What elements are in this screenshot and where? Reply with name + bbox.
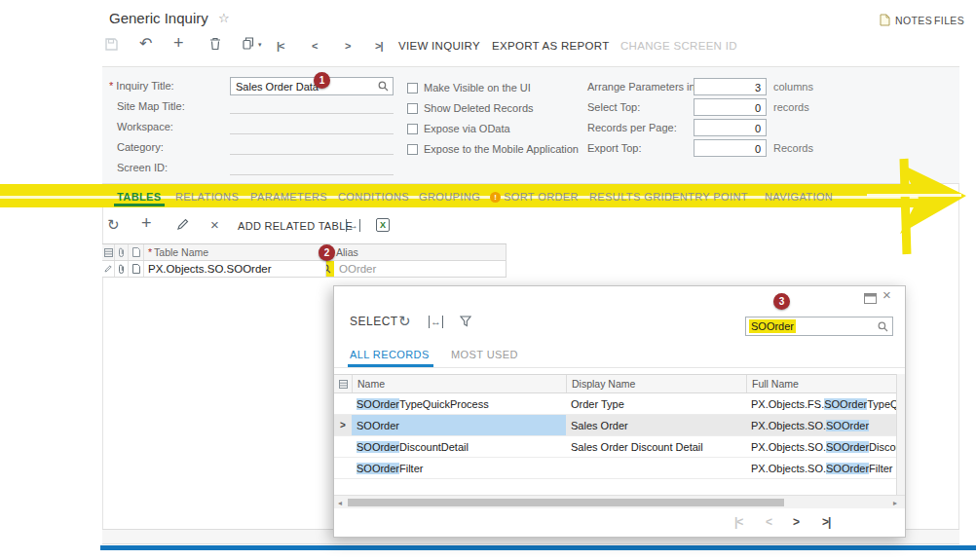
dialog-first-page-icon[interactable]: |< [734,515,742,529]
checkbox-icon[interactable] [407,83,418,93]
lookup-row[interactable]: SOOrderDiscountDetail Sales Order Discou… [334,436,896,458]
tab-results-grid[interactable]: RESULTS GRID [589,191,672,203]
export-excel-icon[interactable]: X [376,218,390,232]
workspace-input[interactable] [230,133,394,134]
view-inquiry-button[interactable]: VIEW INQUIRY [398,40,480,52]
tab-parameters[interactable]: PARAMETERS [250,191,327,203]
files-link[interactable]: FILES [934,15,964,26]
screen-id-input[interactable] [230,174,394,175]
go-previous-icon[interactable]: < [312,40,317,52]
lookup-row-selected[interactable]: > SOOrder Sales Order PX.Objects.SO.SOOr… [334,415,896,436]
category-input[interactable] [230,154,394,155]
dialog-fit-width-icon[interactable]: ↔ [429,316,443,328]
go-next-icon[interactable]: > [345,40,350,52]
delete-icon[interactable] [209,37,221,51]
export-top-input[interactable]: 0 [694,139,767,157]
annotation-badge-3: 3 [773,293,790,310]
lookup-magnifier-icon[interactable] [378,81,393,92]
table-row[interactable]: PX.Objects.SO.SOOrder OOrder [102,261,507,278]
tab-tables[interactable]: TABLES [117,191,162,203]
arrange-parameters-input[interactable]: 3 [694,78,767,95]
table-name-column-header[interactable]: * Table Name [144,244,326,260]
display-name-cell: Sales Order Discount Detail [566,436,746,457]
display-name-cell [566,458,746,478]
dialog-search-input[interactable]: SOOrder [745,317,893,336]
site-map-title-input[interactable] [230,113,394,114]
go-last-icon[interactable]: >| [375,40,383,52]
search-magnifier-icon[interactable] [878,321,892,332]
required-marker: * [109,80,113,92]
records-per-page-input[interactable]: 0 [694,119,767,136]
arrange-parameters-suffix: columns [773,81,813,93]
row-attachment-icon[interactable] [115,261,129,277]
checkbox-expose-mobile[interactable]: Expose to the Mobile Application [407,143,579,155]
checkbox-show-deleted[interactable]: Show Deleted Records [407,102,534,114]
row-gutter [334,458,352,478]
edit-row-icon[interactable] [176,218,189,231]
export-as-report-button[interactable]: EXPORT AS REPORT [492,40,609,52]
notes-link[interactable]: NOTES [895,15,932,26]
add-related-table-button[interactable]: ADD RELATED TABLE [238,220,353,232]
go-first-icon[interactable]: |< [277,40,284,52]
horizontal-scrollbar[interactable]: ◂ ▸ [334,495,905,508]
select-button[interactable]: SELECT [350,315,398,328]
scroll-left-icon[interactable]: ◂ [338,499,342,507]
change-screen-id-button[interactable]: CHANGE SCREEN ID [620,40,737,52]
row-edit-icon[interactable] [102,261,115,277]
checkbox-icon[interactable] [407,103,418,114]
alias-column-header[interactable]: Alias [326,244,507,260]
checkbox-expose-odata[interactable]: Expose via OData [407,123,510,134]
save-button[interactable] [105,38,118,51]
name-column-header[interactable]: Name [352,375,566,392]
alias-cell[interactable]: OOrder [326,261,507,277]
delete-row-icon[interactable]: × [210,217,219,232]
tab-entry-point[interactable]: ENTRY POINT [672,191,748,203]
checkbox-icon[interactable] [407,144,418,155]
fit-width-icon[interactable]: ↔ [346,219,360,232]
tab-conditions[interactable]: CONDITIONS [338,191,409,203]
category-label: Category: [117,141,164,153]
inquiry-title-input[interactable]: Sales Order Data [230,77,394,95]
full-name-cell: PX.Objects.SO.SOOrder [746,415,896,435]
add-row-icon[interactable]: + [141,214,152,232]
close-icon[interactable]: × [882,286,891,303]
checkbox-make-visible[interactable]: Make Visible on the UI [407,82,531,93]
column-config-icon[interactable] [102,244,115,260]
favorite-star-icon[interactable]: ☆ [218,11,230,25]
row-note-icon[interactable] [129,261,144,277]
maximize-icon[interactable] [864,293,877,304]
name-cell: SOOrderDiscountDetail [352,436,566,457]
dialog-previous-page-icon[interactable]: < [766,515,771,529]
add-icon[interactable]: + [173,34,184,52]
refresh-icon[interactable]: ↻ [107,217,120,232]
dialog-column-config-icon[interactable] [334,380,352,389]
tab-most-used[interactable]: MOST USED [451,349,518,360]
dialog-next-page-icon[interactable]: > [793,515,799,529]
tab-relations[interactable]: RELATIONS [175,191,239,203]
full-name-column-header[interactable]: Full Name [746,375,896,392]
table-lookup-dialog: × SELECT ↻ ↔ SOOrder ALL RECORDS MOST US… [333,285,906,538]
scroll-right-icon[interactable]: ▸ [893,499,897,507]
dialog-refresh-icon[interactable]: ↻ [398,314,411,328]
select-top-input[interactable]: 0 [694,98,767,116]
tab-sort-order[interactable]: SORT ORDER [504,191,579,203]
table-name-cell[interactable]: PX.Objects.SO.SOOrder [144,261,326,277]
tab-navigation[interactable]: NAVIGATION [765,191,833,203]
vertical-scrollbar[interactable] [896,374,905,495]
dialog-tab-divider [334,367,905,368]
copy-icon[interactable] [243,37,254,50]
undo-icon[interactable]: ↶ [139,36,152,52]
checkbox-icon[interactable] [407,124,418,134]
dialog-grid-header: Name Display Name Full Name [334,374,896,393]
filter-icon[interactable] [460,316,471,327]
annotation-badge-1: 1 [314,72,330,89]
scrollbar-thumb[interactable] [348,499,784,506]
dialog-last-page-icon[interactable]: >| [822,515,830,529]
tab-grouping[interactable]: GROUPING [419,191,480,203]
lookup-row[interactable]: SOOrderFilter PX.Objects.SO.SOOrderFilte… [334,458,896,479]
copy-dropdown-caret-icon[interactable]: ▾ [258,41,262,49]
lookup-row[interactable]: SOOrderTypeQuickProcess Order Type PX.Ob… [334,393,896,415]
alias-lookup-magnifier-icon[interactable] [326,261,334,277]
display-name-column-header[interactable]: Display Name [566,375,746,392]
tab-all-records[interactable]: ALL RECORDS [350,349,430,360]
